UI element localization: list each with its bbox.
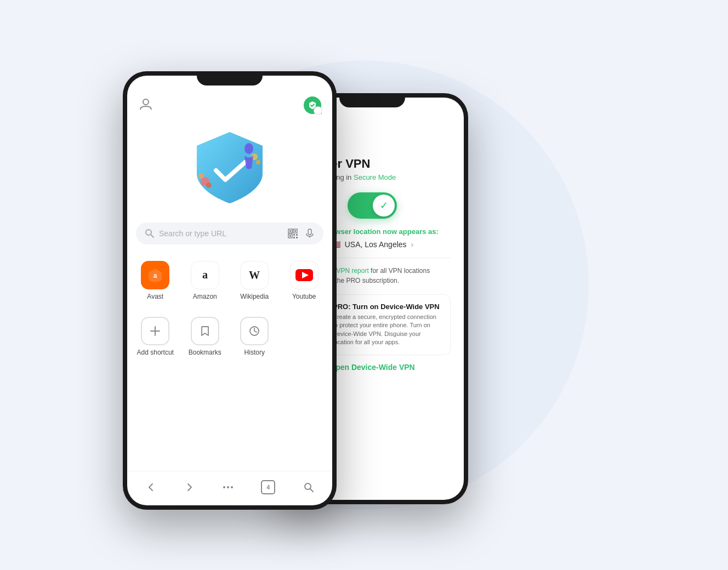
shortcut-label-add: Add shortcut	[137, 349, 174, 356]
svg-rect-20	[296, 237, 298, 238]
notch-back	[339, 93, 405, 107]
svg-line-10	[151, 235, 153, 237]
hero-shield-svg	[186, 124, 274, 212]
toggle-knob: ✓	[373, 195, 395, 216]
search-bar[interactable]: Search or type URL	[136, 223, 323, 244]
shortcut-youtube[interactable]: Youtube	[281, 255, 328, 306]
pro-content: PRO: Turn on Device-Wide VPN Create a se…	[333, 303, 442, 347]
svg-rect-17	[293, 234, 295, 236]
svg-point-32	[227, 486, 229, 488]
svg-rect-18	[296, 234, 298, 236]
vpn-status-badge[interactable]: 🇺🇸	[304, 96, 321, 114]
nav-menu-button[interactable]	[223, 486, 234, 489]
search-input[interactable]: Search or type URL	[159, 229, 283, 238]
shortcut-label-history: History	[244, 349, 265, 356]
shortcut-wikipedia[interactable]: W Wikipedia	[231, 255, 278, 306]
shortcut-label-bookmarks: Bookmarks	[189, 349, 221, 356]
svg-rect-12	[289, 230, 291, 232]
svg-rect-14	[294, 230, 296, 232]
shortcut-label-avast: Avast	[147, 293, 163, 300]
secure-mode-link[interactable]: Secure Mode	[354, 173, 396, 181]
shortcut-label-youtube: Youtube	[292, 293, 316, 300]
svg-point-33	[231, 486, 233, 488]
shortcut-add[interactable]: Add shortcut	[132, 311, 179, 362]
svg-text:a: a	[202, 269, 208, 281]
scene: Back Browser VPN You're browsing in Secu…	[90, 38, 638, 532]
search-action-icons	[287, 228, 315, 239]
search-icon	[145, 229, 155, 238]
notch-front	[197, 71, 263, 86]
bookmarks-icon	[191, 317, 219, 345]
phone-front: 🇺🇸	[123, 71, 337, 510]
add-shortcut-icon	[141, 317, 169, 345]
nav-forward-button[interactable]	[184, 482, 195, 493]
bottom-nav: 4	[127, 471, 332, 505]
shortcut-label-amazon: Amazon	[193, 293, 217, 300]
microphone-icon[interactable]	[305, 229, 315, 238]
svg-rect-19	[293, 237, 295, 238]
shortcut-amazon[interactable]: a Amazon	[181, 255, 229, 306]
tabs-count: 4	[266, 484, 270, 491]
pro-desc: Create a secure, encrypted connection to…	[333, 313, 442, 347]
history-icon	[240, 317, 269, 345]
svg-point-8	[244, 143, 253, 154]
phone-front-screen: 🇺🇸	[127, 76, 332, 505]
browser-content: 🇺🇸	[127, 76, 332, 505]
shortcut-avast[interactable]: a Avast	[132, 255, 179, 306]
vpn-toggle[interactable]: ✓	[348, 192, 397, 219]
svg-rect-21	[308, 229, 311, 235]
shortcut-empty	[281, 311, 328, 362]
svg-text:W: W	[249, 269, 260, 281]
nav-back-button[interactable]	[145, 482, 156, 493]
shortcuts-grid: a Avast a Amazon	[127, 250, 332, 311]
svg-point-31	[223, 486, 225, 488]
svg-point-7	[256, 160, 260, 164]
nav-search-button[interactable]	[303, 482, 314, 493]
shortcut-history[interactable]: History	[231, 311, 278, 362]
shortcuts-row2: Add shortcut Bookmarks	[127, 311, 332, 362]
svg-point-5	[206, 183, 212, 188]
tabs-count-button[interactable]: 4	[261, 480, 275, 494]
avatar-icon[interactable]	[138, 96, 153, 114]
qr-icon[interactable]	[287, 228, 298, 239]
location-text: USA, Los Angeles	[345, 240, 407, 249]
shortcut-label-wikipedia: Wikipedia	[240, 293, 269, 300]
svg-point-2	[143, 99, 149, 105]
svg-point-4	[198, 173, 204, 179]
hero-area	[127, 118, 332, 217]
svg-rect-16	[289, 235, 291, 237]
pro-title: PRO: Turn on Device-Wide VPN	[333, 303, 442, 311]
shortcut-bookmarks[interactable]: Bookmarks	[181, 311, 229, 362]
chevron-right-icon: ›	[411, 240, 414, 249]
svg-line-35	[310, 489, 313, 492]
front-topbar: 🇺🇸	[127, 92, 332, 118]
vpn-report-link[interactable]: VPN report	[336, 267, 368, 275]
svg-text:a: a	[153, 272, 157, 280]
